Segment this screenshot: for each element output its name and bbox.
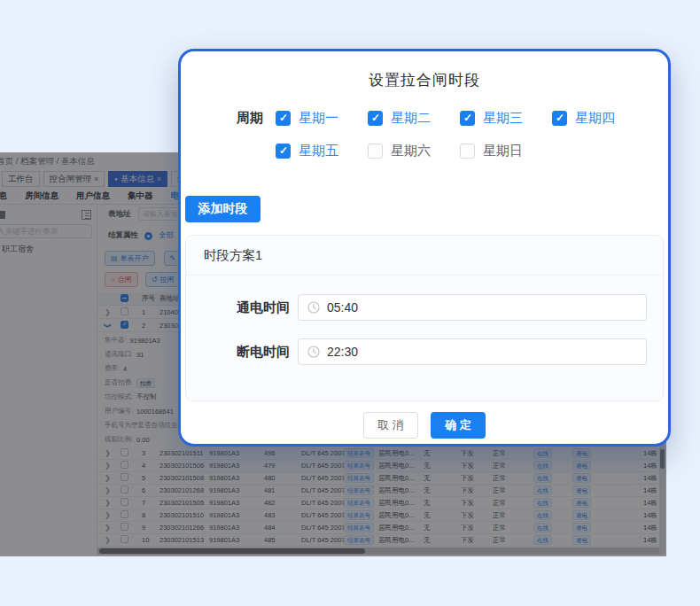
weekday-checkbox-item[interactable]: 星期日: [460, 143, 552, 159]
close-icon[interactable]: ×: [94, 172, 98, 186]
cell-point: 481: [264, 486, 301, 494]
checkbox-icon[interactable]: [368, 144, 383, 159]
hscroll-thumb[interactable]: [99, 548, 365, 554]
tag-tab[interactable]: ● 基本信息 ×: [108, 171, 167, 187]
table-row[interactable]: ❯ 9 230302101266 919801A3 484 DL/T 645 2…: [97, 522, 666, 534]
horizontal-scrollbar[interactable]: [97, 548, 659, 555]
expand-chevron-icon[interactable]: ❯: [105, 449, 111, 457]
power-on-value: 05:40: [327, 300, 358, 315]
pull-switch-button[interactable]: ↺ 拉闸: [145, 272, 181, 287]
cell-usage-type: 居民用电0...: [378, 511, 424, 520]
radio-all-label[interactable]: 全部: [159, 230, 174, 241]
checkbox-icon[interactable]: [460, 111, 475, 126]
row-checkbox[interactable]: [121, 321, 128, 329]
online-tag: 在线: [533, 510, 552, 520]
table-row[interactable]: ❯ 7 230302101505 919801A3 482 DL/T 645 2…: [97, 497, 666, 509]
cancel-button[interactable]: 取 消: [363, 412, 418, 439]
weekday-checkbox-item[interactable]: 星期六: [368, 143, 460, 159]
table-row[interactable]: ❯ 5 230302101508 919801A3 480 DL/T 645 2…: [97, 472, 666, 485]
expand-chevron-icon[interactable]: ❯: [105, 486, 111, 494]
checkbox-icon[interactable]: [460, 144, 475, 159]
radio-selected-icon[interactable]: [144, 232, 152, 240]
table-row[interactable]: ❯ 6 230302101268 919801A3 481 DL/T 645 2…: [97, 485, 666, 497]
nav-tab[interactable]: 楼栋信息: [0, 190, 7, 202]
table-row[interactable]: ❯ 3 230302101511 919801A3 496 DL/T 645 2…: [97, 447, 666, 460]
confirm-button[interactable]: 确 定: [431, 412, 486, 439]
power-on-tag: 通电: [572, 498, 591, 508]
checkbox-icon[interactable]: [276, 111, 291, 126]
cell-meter-address: 230302101513: [159, 536, 209, 544]
cell-protocol: DL/T 645 2007: [301, 474, 344, 482]
row-checkbox[interactable]: [121, 448, 128, 456]
table-body: ❯ 3 230302101511 919801A3 496 DL/T 645 2…: [0, 447, 666, 547]
row-checkbox[interactable]: [121, 535, 128, 543]
table-row[interactable]: ❯ 10 230302101513 919801A3 485 DL/T 645 …: [97, 534, 666, 547]
checkbox-icon[interactable]: [368, 111, 383, 126]
row-checkbox[interactable]: [121, 486, 128, 493]
sidebar-search-input[interactable]: 请输入关键字进行查询: [0, 224, 92, 238]
nav-tab[interactable]: 用户信息: [76, 190, 110, 202]
weekday-checkbox-item[interactable]: 星期三: [460, 110, 552, 127]
close-icon[interactable]: ×: [157, 172, 161, 186]
cell-send: 下发: [461, 536, 493, 545]
expand-chevron-icon[interactable]: ❯: [105, 524, 111, 532]
weekday-section: 周期 星期一 星期二 星期三 星期四 星期五 星期六 星期日: [181, 108, 668, 160]
cell-meter-address: 230302101506: [159, 462, 209, 470]
detail-label: 是否扣费:: [105, 378, 133, 387]
weekday-checkbox-item[interactable]: 星期五: [276, 143, 368, 159]
settlement-attr-filter: 结算属性 全部: [108, 230, 174, 241]
weekday-label: 星期四: [575, 110, 615, 127]
collapse-chevron-icon[interactable]: ❯: [104, 322, 112, 329]
tag-tab[interactable]: ● 控合闸管理 ×: [43, 171, 105, 187]
weekday-label: 星期日: [483, 143, 523, 159]
power-on-label: 通电时间: [186, 299, 290, 316]
power-on-tag: 通电: [572, 486, 591, 495]
weekday-label: 星期六: [391, 143, 431, 159]
row-checkbox[interactable]: [121, 473, 128, 481]
weekday-checkbox-item[interactable]: 星期四: [552, 110, 644, 127]
row-checkbox[interactable]: [121, 461, 128, 469]
cell-protocol: DL/T 645 2007: [301, 486, 344, 494]
expand-chevron-icon[interactable]: ❯: [105, 511, 111, 519]
detail-value: 4: [123, 365, 127, 373]
cell-concentrator: 919801A3: [209, 486, 264, 494]
nav-tab[interactable]: 集中器: [128, 190, 153, 202]
online-tag: 在线: [533, 461, 552, 470]
vscroll-thumb[interactable]: [660, 449, 665, 469]
cell-usage-type: 居民用电0...: [378, 462, 424, 470]
row-checkbox[interactable]: [121, 498, 128, 506]
settlement-tag: 结算表号: [344, 486, 374, 495]
weekday-checkbox-item[interactable]: 星期一: [276, 110, 368, 127]
nav-tab[interactable]: 房间信息: [25, 190, 58, 202]
power-on-time-input[interactable]: 05:40: [298, 294, 647, 321]
expand-chevron-icon[interactable]: ❯: [105, 499, 111, 507]
online-tag: 在线: [533, 448, 552, 458]
row-checkbox[interactable]: [121, 510, 128, 518]
expand-chevron-icon[interactable]: ❯: [105, 462, 111, 470]
cell-status: 正常: [493, 511, 533, 520]
checkbox-icon[interactable]: [552, 111, 567, 126]
tag-tab[interactable]: ● 工作台 ×: [2, 171, 40, 187]
checkbox-icon[interactable]: [276, 144, 291, 159]
select-all-checkbox[interactable]: [121, 294, 128, 302]
detail-value: 0.00: [136, 436, 150, 444]
expand-chevron-icon[interactable]: ❯: [105, 474, 111, 482]
open-account-button[interactable]: ▤ 单表开户: [105, 251, 155, 266]
row-checkbox[interactable]: [121, 523, 128, 531]
add-period-button[interactable]: 添加时段: [185, 196, 261, 222]
expand-chevron-icon[interactable]: ❯: [105, 536, 111, 544]
row-checkbox[interactable]: [121, 307, 128, 315]
cell-send: 下发: [461, 486, 493, 495]
tree-collapse-icon[interactable]: [82, 210, 91, 220]
document-icon: ▤: [111, 255, 118, 262]
tag-tab-label: 控合闸管理: [50, 172, 92, 186]
weekday-checkbox-item[interactable]: 星期二: [368, 110, 460, 127]
expand-chevron-icon[interactable]: ❯: [105, 308, 111, 316]
detail-label: 用户编号:: [105, 407, 133, 416]
tree-item[interactable]: 职工宿舍: [2, 244, 34, 255]
cell-usage-type: 居民用电0...: [378, 524, 424, 532]
close-switch-button[interactable]: ○ 合闸: [105, 272, 138, 287]
table-row[interactable]: ❯ 4 230302101506 919801A3 479 DL/T 645 2…: [97, 460, 666, 472]
power-off-time-input[interactable]: 22:30: [298, 338, 647, 365]
table-row[interactable]: ❯ 8 230302101510 919801A3 483 DL/T 645 2…: [97, 509, 666, 522]
